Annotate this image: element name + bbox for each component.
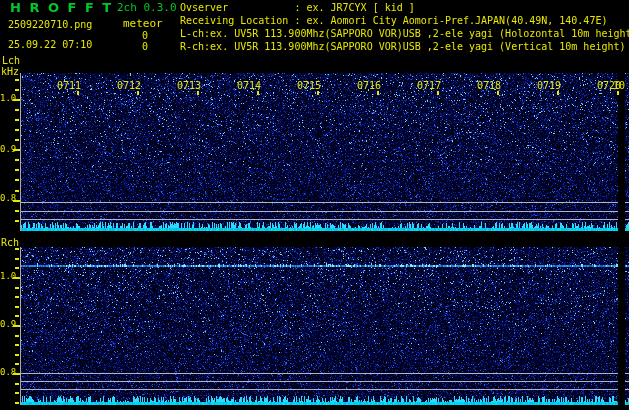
time-label: 0712 <box>117 80 143 91</box>
observer-line: Ovserver : ex. JR7CYX [ kid ] <box>180 1 629 14</box>
echo-count-r: 0 <box>108 41 148 52</box>
freq-tick-label-rch: 0.8 <box>0 367 17 378</box>
datetime-label: 25.09.22 07:10 <box>8 39 92 50</box>
observer-info-block: Ovserver : ex. JR7CYX [ kid ] Receiving … <box>180 1 629 53</box>
version-label: 2ch 0.3.0 <box>117 2 177 13</box>
time-label: 0717 <box>417 80 443 91</box>
time-label: 0716 <box>357 80 383 91</box>
spectrogram-canvas <box>0 0 629 410</box>
time-label: 0715 <box>297 80 323 91</box>
khz-unit-label: kHz <box>1 66 19 77</box>
filename-label: 2509220710.png <box>8 19 92 30</box>
mode-label: meteor <box>123 18 163 29</box>
echo-count-l: 0 <box>108 30 148 41</box>
time-label: 0713 <box>177 80 203 91</box>
hrofft-spectrogram-image: H R O F F T 2ch 0.3.0 2509220710.png met… <box>0 0 629 410</box>
time-label: 10 <box>613 80 629 91</box>
freq-tick-label-lch: 0.9 <box>0 144 17 155</box>
lch-panel-label: Lch <box>2 55 20 66</box>
freq-tick-label-rch: 0.9 <box>0 319 17 330</box>
time-label: 0719 <box>537 80 563 91</box>
freq-tick-label-lch: 1.0 <box>0 93 17 104</box>
freq-tick-label-rch: 1.0 <box>0 271 17 282</box>
time-label: 0718 <box>477 80 503 91</box>
freq-tick-label-lch: 0.8 <box>0 193 17 204</box>
app-title: H R O F F T <box>10 1 113 14</box>
time-label: 0714 <box>237 80 263 91</box>
receiving-location-line: Receiving Location : ex. Aomori City Aom… <box>180 14 629 27</box>
lch-receiver-line: L-ch:ex. UV5R 113.900Mhz(SAPPORO VOR)USB… <box>180 27 629 40</box>
time-label: 0711 <box>57 80 83 91</box>
rch-receiver-line: R-ch:ex. UV5R 113.900Mhz(SAPPORO VOR)USB… <box>180 40 629 53</box>
rch-panel-label: Rch <box>1 237 19 248</box>
